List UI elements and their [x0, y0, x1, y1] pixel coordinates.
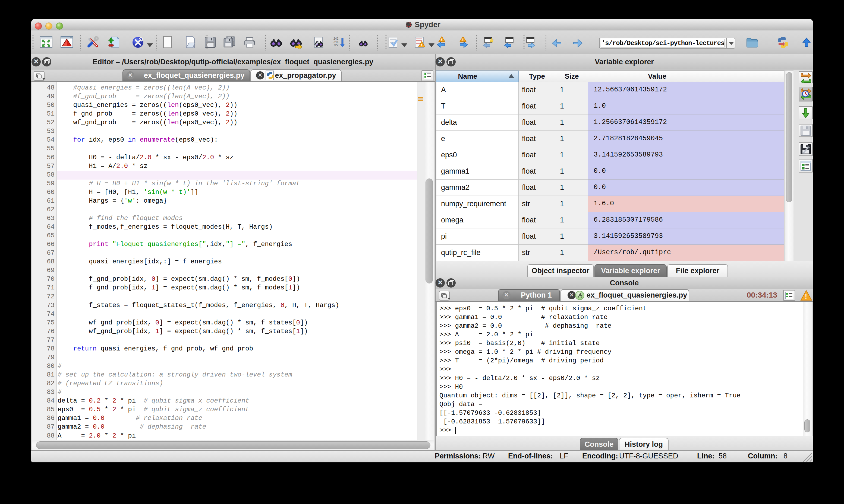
svg-text:243: 243: [333, 40, 338, 43]
svg-text:!: !: [421, 43, 422, 47]
svg-text:242: 242: [333, 37, 338, 40]
svg-text:722: 722: [333, 43, 338, 47]
svg-text:!: !: [462, 38, 463, 42]
svg-text:!: !: [805, 293, 807, 300]
svg-text:!: !: [441, 38, 442, 42]
